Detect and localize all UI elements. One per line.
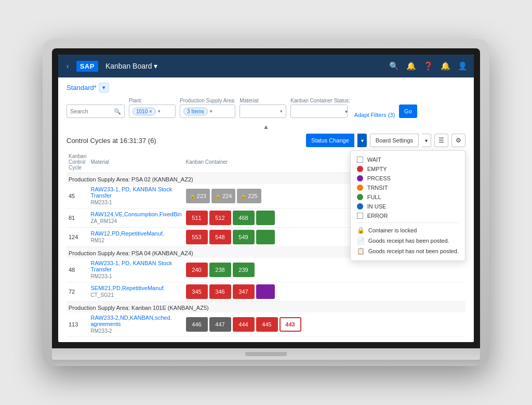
kanban-card[interactable]: 238 [209, 263, 231, 277]
view-dropdown-button[interactable]: ▾ [99, 83, 109, 93]
psa-filter[interactable]: 3 Items ▾ [180, 104, 235, 118]
kanban-card[interactable]: 549 [233, 230, 255, 244]
filter-bar: 🔍 Plant: 1010 × ▾ Production Supply Area… [66, 98, 466, 118]
col-material-header: Material [88, 151, 183, 173]
material-link[interactable]: RAW233-2,ND,KANBAN,sched. agreements [90, 315, 181, 327]
kanban-card[interactable]: 468 [233, 211, 255, 225]
locked-label: Container is locked [368, 227, 417, 233]
containers-group: 446 447 444 445 443 [186, 317, 463, 332]
error-label: ERROR [367, 213, 388, 219]
containers-cell: 446 447 444 445 443 [184, 312, 466, 337]
kanban-card[interactable]: 345 [186, 284, 208, 299]
main-content: Standard* ▾ 🔍 Plant: 1010 × [58, 77, 474, 342]
cycle-num: 72 [66, 282, 88, 302]
containers-group: 240 238 239 [186, 263, 463, 277]
material-cell: RAW124,VE,Consumption,FixedBin ZA_RM124 [88, 208, 183, 228]
section-title-kanban101e: Production Supply Area: Kanban 101E (KAN… [66, 302, 466, 313]
search-icon[interactable]: 🔍 [389, 61, 399, 71]
table-row: 72 SEMI21,PD,RepetitiveManuf. CT_SG21 34… [66, 282, 466, 302]
kanban-card[interactable]: 548 [209, 230, 231, 244]
adapt-filters-button[interactable]: Adapt Filters (3) [354, 112, 395, 118]
material-sub: RM233-1 [90, 200, 112, 205]
material-sub: CT_SG21 [90, 292, 113, 298]
kanban-card[interactable]: 🔒 223 [186, 189, 210, 203]
empty-icon [357, 166, 363, 172]
kanban-card[interactable]: 446 [186, 317, 208, 332]
material-link[interactable]: RAW12,PD,RepetitiveManuf. [90, 230, 181, 237]
psa-expand-icon: ▾ [210, 109, 212, 114]
cycle-num: 113 [66, 312, 88, 337]
plant-token: 1010 × [132, 108, 156, 115]
search-input[interactable] [70, 108, 112, 114]
kanban-card[interactable] [256, 284, 275, 299]
kanban-card[interactable]: 240 [186, 263, 208, 277]
cycle-num: 45 [66, 184, 88, 208]
kanban-card[interactable] [256, 211, 275, 225]
board-settings-dropdown[interactable]: ▾ [422, 134, 431, 147]
material-sub: RM233-2 [90, 328, 112, 334]
status-change-dropdown[interactable]: ▾ [357, 134, 367, 147]
kanban-card[interactable]: 🔒 225 [237, 189, 261, 203]
lock-icon: 🔒 [357, 227, 364, 234]
material-cell: RAW233-1, PD, KANBAN Stock Transfer RM23… [88, 184, 183, 208]
search-input-wrapper[interactable]: 🔍 [66, 104, 125, 118]
board-actions: Status Change ▾ Board Settings ▾ ☰ ⚙ WAI… [306, 134, 466, 147]
board-settings-button[interactable]: Board Settings [370, 134, 419, 147]
psa-group: Production Supply Area: 3 Items ▾ [180, 98, 235, 118]
kcs-select[interactable] [290, 104, 348, 118]
trnsit-label: TRNSIT [367, 185, 388, 191]
kanban-card[interactable] [256, 230, 275, 244]
expand-button[interactable]: ▲ [263, 123, 269, 130]
laptop-bottom [52, 360, 480, 366]
kcs-group: Kanban Container Status: [290, 98, 350, 118]
material-cell: SEMI21,PD,RepetitiveManuf. CT_SG21 [88, 282, 183, 302]
status-change-button[interactable]: Status Change [306, 134, 354, 147]
view-label: Standard* [66, 84, 97, 92]
kanban-card[interactable]: 347 [233, 284, 255, 299]
legend-locked: 🔒 Container is locked [357, 225, 459, 236]
legend-wait: WAIT [357, 155, 459, 164]
kanban-card[interactable]: 447 [209, 317, 231, 332]
kanban-card[interactable]: 512 [209, 211, 231, 225]
inuse-icon [357, 203, 363, 210]
material-filter[interactable]: ▾ [240, 104, 286, 118]
sap-logo: SAP [76, 61, 98, 72]
notifications-icon[interactable]: 🔔 [406, 61, 416, 71]
user-icon[interactable]: 👤 [458, 61, 468, 71]
material-group: Material: ▾ [240, 98, 286, 118]
kanban-card[interactable]: 511 [186, 211, 208, 225]
kanban-card[interactable]: 445 [256, 317, 278, 332]
containers-cell: 240 238 239 [184, 258, 466, 282]
legend-trnsit: TRNSIT [357, 183, 459, 192]
material-link[interactable]: RAW233-1, PD, KANBAN Stock Transfer [90, 186, 181, 199]
go-button[interactable]: Go [399, 104, 417, 118]
help-icon[interactable]: ❓ [423, 61, 433, 71]
kanban-card[interactable]: 553 [186, 230, 208, 244]
alerts-icon[interactable]: 🔔 [441, 61, 450, 71]
material-cell: RAW12,PD,RepetitiveManuf. RM12 [88, 228, 183, 247]
shell-header: ‹ SAP Kanban Board ▾ 🔍 🔔 ❓ 🔔 👤 [58, 55, 474, 77]
back-button[interactable]: ‹ [64, 62, 71, 70]
legend-prcess: PRCESS [357, 174, 459, 183]
kanban-card[interactable]: 🔒 224 [211, 189, 235, 203]
cycle-num: 48 [66, 258, 88, 282]
error-icon [357, 213, 363, 219]
list-icon-button[interactable]: ☰ [434, 134, 448, 147]
goods-posted-label: Goods receipt has been posted. [368, 238, 449, 244]
kanban-card[interactable]: 239 [233, 263, 255, 277]
material-link[interactable]: RAW233-1, PD, KANBAN Stock Transfer [90, 260, 181, 272]
board-title: Control Cycles at 16:31:37 (6) [66, 137, 156, 145]
board-header: Control Cycles at 16:31:37 (6) Status Ch… [66, 132, 466, 147]
material-cell: RAW233-2,ND,KANBAN,sched. agreements RM2… [88, 312, 183, 337]
material-sub: RM233-1 [90, 273, 112, 279]
settings-icon-button[interactable]: ⚙ [451, 134, 466, 147]
search-icon: 🔍 [114, 108, 121, 115]
material-link[interactable]: RAW124,VE,Consumption,FixedBin [90, 211, 181, 217]
plant-filter[interactable]: 1010 × ▾ [129, 104, 176, 118]
prcess-label: PRCESS [367, 175, 391, 181]
material-link[interactable]: SEMI21,PD,RepetitiveManuf. [90, 285, 181, 291]
legend-dropdown: WAIT EMPTY PRCESS [350, 150, 466, 261]
kanban-card[interactable]: 444 [233, 317, 255, 332]
kanban-card[interactable]: 443 [280, 317, 301, 332]
kanban-card[interactable]: 346 [209, 284, 231, 299]
